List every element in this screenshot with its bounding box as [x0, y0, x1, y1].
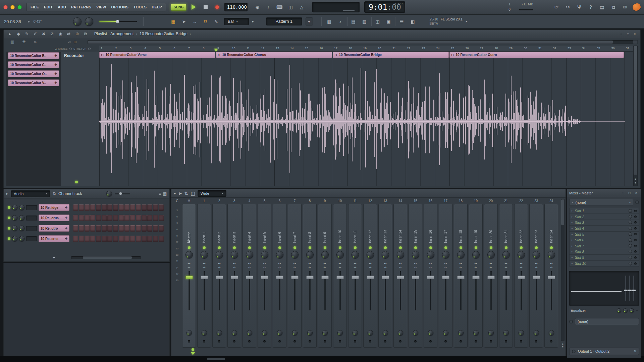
menu-item-edit[interactable]: EDIT	[42, 4, 55, 10]
step-cell[interactable]	[119, 225, 124, 232]
mixer-strip-body[interactable]: Insert 17◂ ▸◂ ▸	[439, 204, 452, 348]
menu-item-view[interactable]: VIEW	[94, 4, 108, 10]
mixer-strip-insert-1[interactable]: 1Insert 1◂ ▸◂ ▸	[197, 199, 211, 348]
fx-mix-knob[interactable]	[307, 330, 313, 336]
detach-icon[interactable]: ⧉	[53, 192, 56, 195]
route-dot[interactable]	[339, 340, 341, 343]
track-enable-led[interactable]	[309, 246, 311, 249]
route-dot[interactable]	[369, 340, 371, 343]
step-edit-icon[interactable]: ▦	[169, 17, 178, 25]
step-cell[interactable]	[136, 215, 141, 221]
step-cell[interactable]	[107, 204, 112, 211]
volume-fader[interactable]	[454, 271, 467, 310]
volume-fader[interactable]	[288, 271, 301, 310]
slot-mix-knob[interactable]	[629, 244, 632, 248]
step-cell[interactable]	[147, 204, 152, 211]
step-cell[interactable]	[96, 236, 101, 242]
step-cell[interactable]	[124, 236, 129, 242]
track-enable-led[interactable]	[384, 246, 387, 249]
volume-fader[interactable]	[333, 271, 346, 310]
mixer-strip-body[interactable]: Insert 5◂ ▸◂ ▸	[258, 204, 271, 348]
volume-fader[interactable]	[499, 271, 513, 310]
precount-icon[interactable]: ◬	[297, 3, 306, 11]
volume-fader[interactable]	[273, 271, 286, 310]
volume-fader[interactable]	[243, 271, 256, 310]
route-dot[interactable]	[354, 340, 356, 343]
step-cell[interactable]	[79, 225, 84, 232]
fx-mix-knob[interactable]	[232, 330, 237, 336]
rack-menu-icon[interactable]: ▸	[6, 192, 8, 195]
hint-next-icon[interactable]: ▸	[466, 20, 468, 23]
track-enable-led[interactable]	[520, 246, 523, 249]
fader-handle[interactable]	[382, 276, 389, 279]
menu-item-add[interactable]: ADD	[55, 4, 68, 10]
track-record-led[interactable]	[75, 181, 78, 183]
fader-handle[interactable]	[336, 276, 344, 279]
mixer-strip-insert-11[interactable]: 11Insert 11◂ ▸◂ ▸	[348, 199, 362, 348]
step-cell[interactable]	[73, 215, 78, 221]
swing-knob[interactable]	[106, 191, 112, 196]
mixer-strip-body[interactable]: Insert 24◂ ▸◂ ▸	[544, 204, 558, 348]
mixer-strip-insert-18[interactable]: 18Insert 18◂ ▸◂ ▸	[454, 199, 468, 348]
zcross-toggle[interactable]	[69, 48, 72, 50]
picker-item[interactable]: 10 ResonatorGuitar O..✚	[8, 70, 59, 77]
preset-enable-ring[interactable]	[635, 200, 639, 204]
playlist-window-icon[interactable]: ▩	[325, 17, 334, 25]
pan-knob[interactable]	[427, 251, 434, 258]
audio-clip[interactable]: ↦10 ResonatorGuitar Verse	[99, 52, 215, 58]
fx-mix-knob[interactable]	[413, 330, 418, 336]
slot-mix-knob[interactable]	[629, 215, 632, 219]
fx-mix-knob[interactable]	[186, 330, 192, 336]
mixer-strip-insert-6[interactable]: 6Insert 6◂ ▸◂ ▸	[273, 199, 286, 348]
channel-enable-led[interactable]	[8, 206, 10, 209]
mixer-strip-body[interactable]: Insert 20◂ ▸◂ ▸	[484, 204, 498, 348]
keyboard-editor-icon[interactable]: ▦	[163, 192, 167, 196]
pencil-icon[interactable]: ✎	[23, 31, 31, 37]
volume-fader[interactable]	[258, 271, 271, 310]
fx-slot[interactable]: ▸Slot 8	[570, 249, 639, 255]
volume-fader[interactable]	[409, 271, 422, 310]
route-dot[interactable]	[263, 340, 266, 343]
mixer-strip-body[interactable]: Insert 19◂ ▸◂ ▸	[469, 204, 483, 348]
mixer-strip-insert-9[interactable]: 9Insert 9◂ ▸◂ ▸	[318, 199, 332, 348]
step-cell[interactable]	[107, 215, 112, 221]
volume-fader[interactable]	[364, 271, 377, 310]
mixer-strip-body[interactable]: Insert 9◂ ▸◂ ▸	[318, 204, 332, 348]
step-cell[interactable]	[147, 215, 152, 221]
track-enable-led[interactable]	[399, 246, 402, 249]
draw-icon[interactable]: ✎	[212, 17, 221, 25]
mixer-strip-insert-21[interactable]: 21Insert 21◂ ▸◂ ▸	[499, 199, 513, 348]
step-cell[interactable]	[153, 236, 158, 242]
step-cell[interactable]	[130, 204, 135, 211]
track-enable-led[interactable]	[369, 246, 372, 249]
mixer-strip-body[interactable]: Insert 18◂ ▸◂ ▸	[454, 204, 468, 348]
fader-handle[interactable]	[306, 276, 314, 279]
channel-target-display[interactable]	[26, 216, 37, 221]
track-enable-led[interactable]	[475, 246, 477, 249]
fader-handle[interactable]	[185, 276, 193, 279]
eq-band-slider-2[interactable]	[629, 276, 630, 301]
equalizer-display[interactable]	[569, 271, 639, 306]
scrollbar-endcap[interactable]	[633, 40, 638, 44]
fader-handle[interactable]	[216, 276, 223, 279]
fx-mix-knob[interactable]	[428, 330, 433, 336]
channel-rack-window-icon[interactable]: ▤	[349, 17, 358, 25]
fader-handle[interactable]	[502, 276, 510, 279]
mixer-strip-insert-24[interactable]: 24Insert 24◂ ▸◂ ▸	[544, 199, 558, 348]
step-cell[interactable]	[124, 215, 129, 221]
mixer-horizontal-scrollbar[interactable]	[207, 358, 225, 360]
mixer-strip-body[interactable]: Insert 13◂ ▸◂ ▸	[378, 204, 392, 348]
mixer-strip-master[interactable]: MMaster◂ ▸◂ ▸	[182, 199, 196, 348]
playhead-marker[interactable]	[214, 49, 218, 52]
mixer-layout-selector[interactable]: Wide ▸	[198, 190, 226, 197]
volume-fader[interactable]	[394, 271, 407, 310]
tempo-display[interactable]: 110.000	[224, 3, 248, 11]
metronome-icon[interactable]: ♪	[264, 3, 273, 11]
current-track-header[interactable]: C	[173, 199, 181, 203]
fx-slot[interactable]: ▸Slot 2	[570, 214, 639, 220]
pan-knob[interactable]	[276, 251, 283, 258]
snap-next-icon[interactable]: ▸	[252, 20, 254, 23]
menu-item-tools[interactable]: TOOLS	[131, 4, 149, 10]
time-display[interactable]: 9:01:00 B:B:T	[364, 1, 405, 13]
minimize-window-button[interactable]	[10, 5, 15, 9]
